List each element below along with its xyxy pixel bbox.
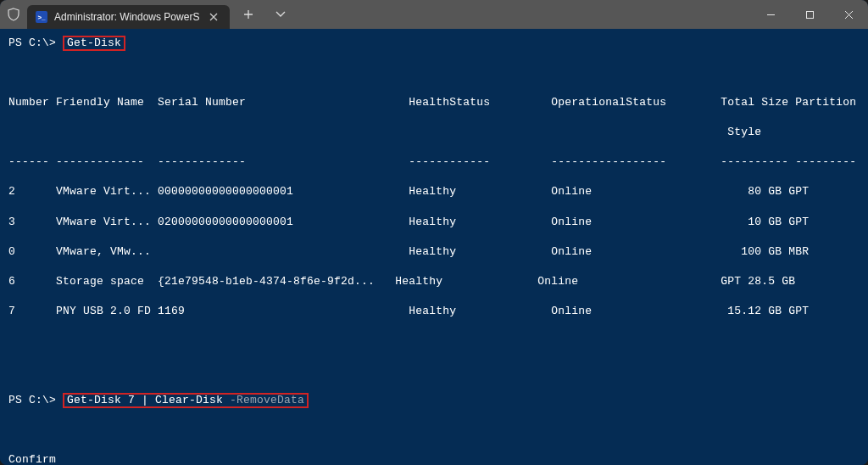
- table-row: 6 Storage space {21e79548-b1eb-4374-8f6e…: [8, 274, 860, 289]
- th-number: Number: [8, 96, 49, 109]
- window-controls: [751, 0, 868, 29]
- new-tab-button[interactable]: [236, 3, 260, 26]
- table-row: 0 VMware, VMw... Healthy Online 100 GB M…: [8, 244, 860, 260]
- table-row: 2 VMware Virt... 00000000000000000001 He…: [8, 184, 860, 199]
- th-health: HealthStatus: [409, 96, 490, 109]
- th-part2: Style: [727, 126, 761, 138]
- titlebar[interactable]: >_ Administrator: Windows PowerS: [0, 0, 868, 29]
- tab-powershell[interactable]: >_ Administrator: Windows PowerS: [27, 5, 230, 29]
- th-friendly: Friendly Name: [56, 96, 144, 109]
- close-tab-button[interactable]: [206, 9, 221, 25]
- tab-controls: [230, 0, 299, 29]
- table-row: 7 PNY USB 2.0 FD 1169 Healthy Online 15.…: [8, 304, 860, 319]
- tab-title: Administrator: Windows PowerS: [54, 11, 199, 23]
- cmd-get-disk: Get-Disk: [63, 36, 125, 51]
- th-part: Partition: [795, 96, 856, 109]
- maximize-button[interactable]: [790, 0, 829, 29]
- admin-shield-icon: [0, 0, 27, 29]
- table-row: 3 VMware Virt... 02000000000000000001 He…: [8, 215, 860, 230]
- confirm-title: Confirm: [8, 453, 56, 465]
- prompt: PS C:\>: [8, 36, 63, 49]
- powershell-icon: >_: [36, 11, 47, 23]
- cmd-clear-disk: Get-Disk 7 | Clear-Disk -RemoveData: [63, 393, 309, 408]
- powershell-window: >_ Administrator: Windows PowerS: [0, 0, 868, 465]
- th-serial: Serial Number: [158, 96, 246, 109]
- terminal-output[interactable]: PS C:\> Get-Disk Number Friendly Name Se…: [0, 29, 868, 465]
- tab-dropdown-button[interactable]: [269, 3, 292, 26]
- minimize-button[interactable]: [751, 0, 790, 29]
- th-total: Total Size: [721, 96, 788, 109]
- titlebar-drag-region[interactable]: [299, 0, 751, 29]
- close-window-button[interactable]: [829, 0, 868, 29]
- th-op: OperationalStatus: [551, 96, 666, 109]
- svg-rect-0: [806, 11, 813, 18]
